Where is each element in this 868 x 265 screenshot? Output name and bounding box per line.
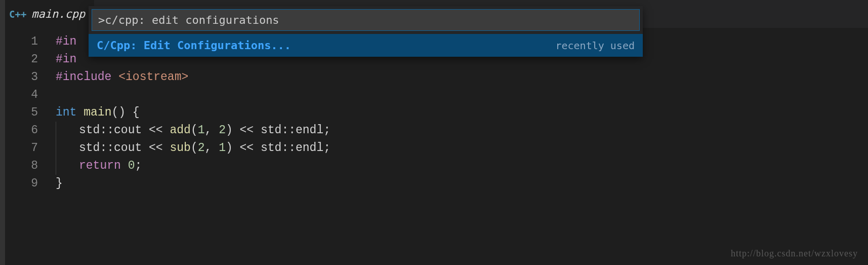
tab-main-cpp[interactable]: C++ main.cpp xyxy=(0,0,94,28)
line-number: 2 xyxy=(0,51,38,68)
cpp-icon: C++ xyxy=(9,9,26,20)
code-line: return 0; xyxy=(56,157,868,175)
code-line: } xyxy=(56,175,868,193)
tab-label: main.cpp xyxy=(31,8,85,20)
line-number: 7 xyxy=(0,139,38,157)
line-number: 9 xyxy=(0,175,38,193)
line-number: 5 xyxy=(0,104,38,122)
line-number: 3 xyxy=(0,68,38,86)
activity-bar-strip xyxy=(0,0,5,265)
line-number: 1 xyxy=(0,33,38,51)
code-line: int main() { xyxy=(56,104,868,122)
command-item-hint: recently used xyxy=(555,40,635,52)
code-line: std::cout << add(1, 2) << std::endl; xyxy=(56,122,868,139)
command-item-label: C/Cpp: Edit Configurations... xyxy=(97,39,291,52)
command-palette: C/Cpp: Edit Configurations... recently u… xyxy=(89,6,643,57)
line-number: 8 xyxy=(0,157,38,175)
code-content[interactable]: #in #in #include <iostream> int main() {… xyxy=(56,33,868,193)
line-number: 4 xyxy=(0,86,38,104)
command-palette-item[interactable]: C/Cpp: Edit Configurations... recently u… xyxy=(89,34,643,57)
code-line: std::cout << sub(2, 1) << std::endl; xyxy=(56,139,868,157)
line-number: 6 xyxy=(0,122,38,139)
code-line xyxy=(56,86,868,104)
watermark-text: http://blog.csdn.net/wzxlovesy xyxy=(731,248,858,259)
command-palette-input[interactable] xyxy=(92,9,640,31)
line-number-gutter: 1 2 3 4 5 6 7 8 9 xyxy=(0,33,56,193)
code-line: #include <iostream> xyxy=(56,68,868,86)
